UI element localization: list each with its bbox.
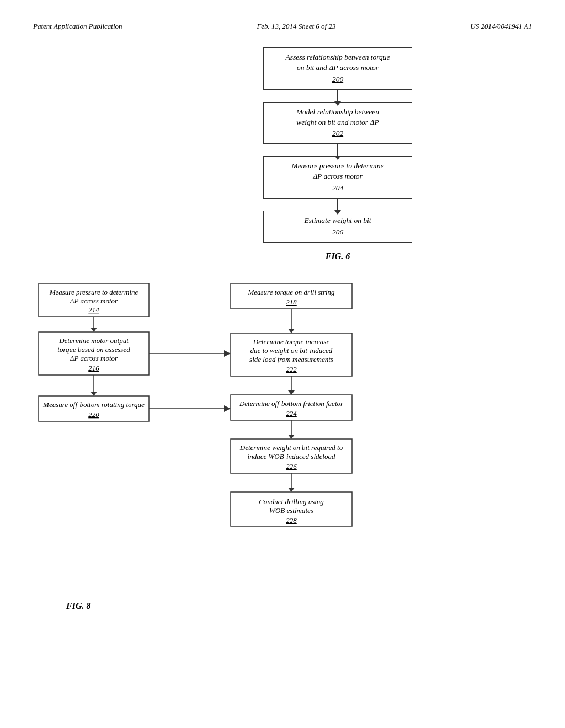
svg-marker-19 (224, 405, 231, 412)
svg-text:220: 220 (88, 410, 99, 419)
box-200-text: Assess relationship between torqueon bit… (285, 53, 390, 72)
svg-text:Determine weight on bit requir: Determine weight on bit required to (239, 443, 343, 452)
svg-text:224: 224 (286, 409, 297, 417)
arrow-204-206 (337, 199, 338, 211)
box-202-text: Model relationship betweenweight on bit … (296, 108, 379, 126)
svg-text:side load from measurements: side load from measurements (249, 355, 333, 363)
header-right: US 2014/0041941 A1 (470, 22, 532, 31)
svg-text:214: 214 (88, 306, 99, 314)
svg-text:Conduct drilling using: Conduct drilling using (259, 497, 324, 506)
svg-text:induce WOB-induced sideload: induce WOB-induced sideload (248, 452, 335, 461)
box-206-text: Estimate weight on bit (304, 216, 371, 224)
box-206-ref: 206 (271, 227, 404, 238)
svg-marker-5 (90, 328, 97, 332)
svg-marker-24 (288, 329, 295, 333)
svg-text:Determine off-bottom friction : Determine off-bottom friction factor (239, 399, 344, 408)
svg-text:due to weight on bit-induced: due to weight on bit-induced (250, 346, 333, 355)
svg-text:216: 216 (88, 364, 99, 372)
box-202: Model relationship betweenweight on bit … (263, 102, 412, 144)
svg-text:222: 222 (286, 365, 297, 373)
arrow-200-202 (337, 90, 338, 102)
header-center: Feb. 13, 2014 Sheet 6 of 23 (257, 22, 335, 31)
box-204-text: Measure pressure to determineΔP across m… (292, 162, 384, 180)
svg-text:226: 226 (286, 462, 297, 470)
fig8-label: FIG. 8 (66, 601, 90, 611)
svg-marker-42 (288, 488, 295, 492)
svg-text:Determine motor output: Determine motor output (58, 336, 129, 345)
box-200-ref: 200 (271, 74, 404, 85)
arrow-202-204 (337, 144, 338, 156)
box-204: Measure pressure to determineΔP across m… (263, 156, 412, 199)
svg-text:WOB estimates: WOB estimates (269, 506, 313, 515)
svg-text:218: 218 (286, 298, 297, 306)
box-202-ref: 202 (271, 129, 404, 139)
box-200: Assess relationship between torqueon bit… (263, 47, 412, 90)
svg-text:ΔP across motor: ΔP across motor (70, 354, 118, 362)
fig6-label: FIG. 6 (326, 251, 350, 261)
svg-text:228: 228 (286, 516, 297, 524)
fig8-diagram: Measure pressure to determine ΔP across … (33, 278, 546, 592)
svg-text:Measure pressure to determine: Measure pressure to determine (49, 288, 138, 296)
svg-text:Measure off-bottom rotating to: Measure off-bottom rotating torque (42, 400, 145, 409)
svg-text:Determine torque increase: Determine torque increase (253, 338, 330, 346)
svg-text:Measure torque on drill string: Measure torque on drill string (247, 288, 335, 296)
header-left: Patent Application Publication (33, 22, 122, 31)
svg-marker-36 (288, 435, 295, 439)
svg-marker-14 (90, 392, 97, 396)
svg-text:ΔP across motor: ΔP across motor (70, 297, 118, 305)
svg-text:torque based on assessed: torque based on assessed (57, 345, 130, 354)
fig6-diagram: Assess relationship between torqueon bit… (244, 47, 431, 261)
svg-marker-12 (224, 350, 231, 357)
box-206: Estimate weight on bit 206 (263, 211, 412, 243)
svg-marker-31 (288, 390, 295, 395)
box-204-ref: 204 (271, 183, 404, 194)
